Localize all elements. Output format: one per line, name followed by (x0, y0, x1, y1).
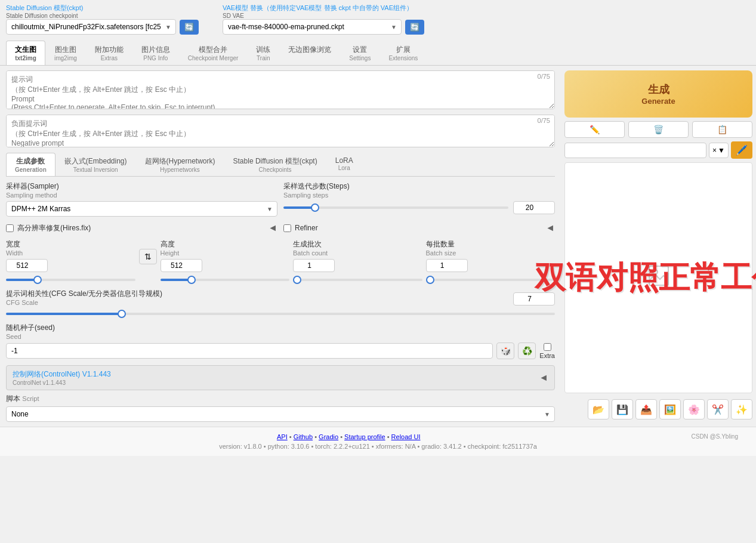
steps-slider[interactable] (283, 206, 508, 209)
batch-count-input[interactable] (293, 259, 335, 272)
tab-extensions[interactable]: 扩展 Extensions (379, 41, 427, 65)
seed-input[interactable] (6, 343, 493, 359)
hires-checkbox[interactable] (6, 224, 14, 232)
footer-link-gradio[interactable]: Gradio (319, 433, 338, 440)
bottom-toolbar: 📂 💾 📤 🖼️ 🌸 ✂️ ✨ (564, 397, 752, 422)
batch-count-input-row (293, 259, 422, 272)
extra-section: Extra (539, 343, 555, 359)
model-select-container: chilloutmix_NiPrunedFp32Fix.safetensors … (6, 19, 199, 35)
tab-settings[interactable]: 设置 Settings (340, 41, 379, 65)
open-folder-button[interactable]: 📂 (588, 399, 609, 419)
height-input-row (161, 259, 290, 272)
width-slider[interactable] (6, 279, 135, 281)
extra-label: Extra (539, 352, 555, 359)
sub-tab-generation[interactable]: 生成参数 Generation (6, 153, 55, 176)
sub-tab-textual-inversion[interactable]: 嵌入式(Embedding) Textual Inversion (55, 153, 136, 176)
sampler-select-wrapper[interactable]: DPM++ 2M Karras (6, 201, 277, 217)
extra-checkbox[interactable] (544, 343, 551, 351)
footer-link-reload[interactable]: Reload UI (391, 433, 421, 440)
hires-group: 高分辨率修复(Hires.fix) ◄ (6, 223, 277, 233)
seed-input-row: 🎲 ♻️ Extra (6, 343, 555, 359)
sub-tab-lora[interactable]: LoRA Lora (326, 153, 362, 176)
footer: CSDN @S.Ybling API • Github • Gradio • S… (0, 427, 756, 456)
seed-recycle-button[interactable]: ♻️ (518, 343, 536, 359)
show-images-button[interactable]: 🖼️ (659, 399, 681, 419)
vae-select-wrapper[interactable]: vae-ft-mse-840000-ema-pruned.ckpt (223, 19, 402, 35)
script-section: 脚本 Script None (6, 394, 555, 422)
height-slider[interactable] (161, 279, 290, 281)
clipboard-button[interactable]: 📋 (692, 121, 752, 138)
seed-dice-button[interactable]: 🎲 (496, 343, 514, 359)
height-input[interactable] (161, 259, 202, 272)
batch-count-slider[interactable] (293, 279, 422, 281)
script-select-wrapper[interactable]: None (6, 406, 555, 422)
content-area: 0/75 0/75 生成参数 Generation 嵌入式(Embedding)… (0, 66, 756, 427)
model-section: Stable Diffusion 模型(ckpt) Stable Diffusi… (6, 4, 199, 35)
batch-count-group: 生成批次 Batch count (293, 239, 422, 283)
clear-dropdown-icon: ▼ (718, 146, 725, 155)
steps-slider-row (283, 201, 555, 214)
width-input-row (6, 259, 135, 272)
action-buttons-row: ✏️ 🗑️ 📋 (564, 121, 752, 138)
refiner-collapse-arrow[interactable]: ◄ (545, 223, 555, 233)
negative-prompt-textarea[interactable] (6, 115, 555, 147)
style-apply-button[interactable]: 🖊️ (731, 141, 752, 159)
batch-size-input[interactable] (426, 259, 468, 272)
model-select[interactable]: chilloutmix_NiPrunedFp32Fix.safetensors … (6, 19, 176, 35)
send-img2img-button[interactable]: 📤 (635, 399, 657, 419)
sub-tab-hypernetworks[interactable]: 超网络(Hypernetwork) Hypernetworks (136, 153, 224, 176)
tab-extras[interactable]: 附加功能 Extras (86, 41, 132, 65)
tab-infinite-browse[interactable]: 无边图像浏览 (279, 41, 340, 65)
script-select[interactable]: None (6, 406, 555, 422)
vae-select[interactable]: vae-ft-mse-840000-ema-pruned.ckpt (223, 19, 402, 35)
tab-checkpoint-merger[interactable]: 模型合并 Checkpoint Merger (179, 41, 247, 65)
save-image-button[interactable]: 💾 (612, 399, 633, 419)
positive-prompt-textarea[interactable] (6, 70, 555, 109)
script-label: 脚本 Script (6, 394, 555, 404)
sampler-label: 采样器(Sampler) Sampling method (6, 181, 277, 199)
footer-link-startup[interactable]: Startup profile (344, 433, 385, 440)
cfg-slider[interactable] (6, 313, 555, 315)
footer-version: version: v1.8.0 • python: 3.10.6 • torch… (6, 443, 750, 450)
edit-button[interactable]: ✏️ (564, 121, 625, 138)
controlnet-accordion[interactable]: 控制网络(ControlNet) V1.1.443 ControlNet v1.… (6, 365, 555, 390)
steps-label: 采样迭代步数(Steps) Sampling steps (283, 181, 555, 199)
footer-link-api[interactable]: API (277, 433, 288, 440)
footer-link-github[interactable]: Github (294, 433, 313, 440)
cfg-group: 提示词相关性(CFG Scale/无分类器信息引导规模) CFG Scale (6, 289, 555, 317)
hires-collapse-arrow[interactable]: ◄ (268, 223, 277, 233)
vae-refresh-button[interactable]: 🔄 (405, 20, 424, 35)
style-clear-button[interactable]: × ▼ (709, 143, 729, 158)
inpaint-button[interactable]: ✂️ (707, 399, 729, 419)
style-input[interactable] (564, 143, 706, 158)
vae-section: VAE模型 替换（使用特定VAE模型 替换 ckpt 中自带的 VAE组件） S… (223, 4, 424, 35)
tab-train[interactable]: 训练 Train (247, 41, 279, 65)
left-panel: 0/75 0/75 生成参数 Generation 嵌入式(Embedding)… (0, 66, 561, 427)
tab-png-info[interactable]: 图片信息 PNG Info (132, 41, 179, 65)
width-input[interactable] (6, 259, 48, 272)
refiner-checkbox[interactable] (283, 224, 291, 232)
trash-button[interactable]: 🗑️ (628, 121, 689, 138)
model-select-wrapper[interactable]: chilloutmix_NiPrunedFp32Fix.safetensors … (6, 19, 176, 35)
width-group: 宽度 Width (6, 239, 135, 283)
swap-dimensions-button[interactable]: ⇅ (139, 249, 157, 264)
generate-button[interactable]: 生成 Generate (564, 70, 752, 118)
sub-tab-checkpoints[interactable]: Stable Diffusion 模型(ckpt) Checkpoints (224, 153, 326, 176)
sampler-select[interactable]: DPM++ 2M Karras (6, 201, 277, 217)
refiner-group: Refiner ◄ (283, 223, 555, 233)
interrogate-button[interactable]: ✨ (731, 399, 752, 419)
model-refresh-button[interactable]: 🔄 (180, 20, 199, 35)
vae-select-container: vae-ft-mse-840000-ema-pruned.ckpt 🔄 (223, 19, 424, 35)
vae-label-zh: VAE模型 替换（使用特定VAE模型 替换 ckpt 中自带的 VAE组件） (223, 4, 424, 13)
steps-input[interactable] (513, 201, 555, 214)
clear-x-icon: × (712, 146, 717, 155)
hires-label-zh: 高分辨率修复(Hires.fix) (17, 223, 91, 233)
sampler-group: 采样器(Sampler) Sampling method DPM++ 2M Ka… (6, 181, 277, 217)
tab-txt2img[interactable]: 文生图 txt2img (6, 41, 45, 65)
negative-prompt-container: 0/75 (6, 115, 555, 149)
tab-img2img[interactable]: 图生图 img2img (45, 41, 86, 65)
extras-process-button[interactable]: 🌸 (683, 399, 705, 419)
height-label: 高度 Height (161, 239, 290, 257)
controlnet-collapse-icon[interactable]: ◄ (539, 372, 548, 383)
overlay-text: 双语对照正常工作 (535, 257, 757, 299)
